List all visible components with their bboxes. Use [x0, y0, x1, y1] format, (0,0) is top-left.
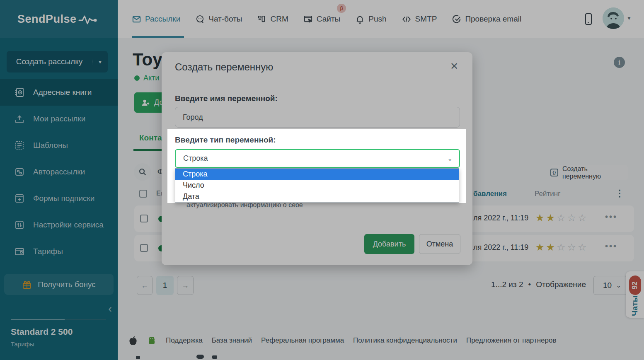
dropdown-option-date[interactable]: Дата — [175, 191, 459, 202]
variable-type-label: Введите тип переменной: — [175, 135, 276, 145]
dropdown-option-string[interactable]: Строка — [175, 169, 459, 180]
variable-type-select[interactable]: Строка ⌄ — [175, 149, 460, 168]
dropdown-option-number[interactable]: Число — [175, 180, 459, 191]
chevron-down-icon: ⌄ — [447, 155, 453, 162]
selected-type-value: Строка — [183, 154, 208, 163]
app-root: SendPulse Создать рассылку ▾ Адресные кн… — [0, 0, 644, 360]
type-select-dropdown: Строка Число Дата — [175, 168, 459, 203]
